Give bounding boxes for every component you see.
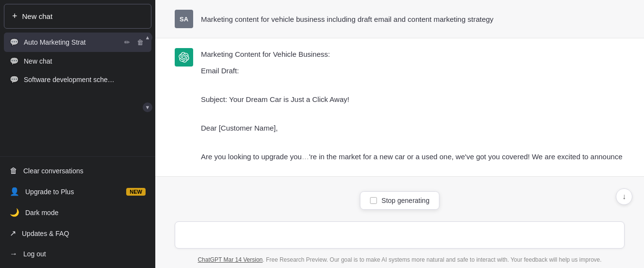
conv-item-actions: ✏ 🗑	[122, 37, 146, 47]
upgrade-label: Upgrade to Plus	[25, 188, 74, 196]
main-content: SA Marketing content for vehicle busines…	[155, 0, 644, 268]
chat-input[interactable]	[175, 221, 625, 249]
dark-mode-label: Dark mode	[25, 209, 58, 217]
conversation-item-new-chat[interactable]: 💬 New chat	[4, 52, 151, 70]
logout-action[interactable]: → Log out	[4, 244, 151, 264]
clear-conversations-action[interactable]: 🗑 Clear conversations	[4, 161, 151, 181]
edit-conversation-button[interactable]: ✏	[122, 37, 132, 47]
new-badge: NEW	[126, 188, 146, 196]
footer-text: . Free Research Preview. Our goal is to …	[263, 256, 601, 263]
sidebar: + New chat ▲ 💬 Auto Marketing Strat ✏ 🗑 …	[0, 0, 155, 268]
upgrade-to-plus-action[interactable]: 👤 Upgrade to Plus NEW	[4, 181, 151, 202]
new-chat-button[interactable]: + New chat	[4, 4, 151, 29]
stop-generating-label: Stop generating	[381, 197, 429, 204]
conversation-list-container: ▲ 💬 Auto Marketing Strat ✏ 🗑 💬 New chat …	[0, 31, 155, 156]
assistant-heading: Marketing Content for Vehicle Business:	[201, 48, 625, 61]
logout-label: Log out	[23, 250, 46, 258]
user-avatar: SA	[175, 10, 193, 28]
scroll-to-bottom-button[interactable]: ↓	[616, 188, 632, 205]
stop-generating-popup[interactable]: Stop generating	[360, 191, 440, 210]
updates-label: Updates & FAQ	[22, 230, 69, 237]
stop-checkbox	[370, 197, 377, 204]
dark-mode-action[interactable]: 🌙 Dark mode	[4, 202, 151, 223]
assistant-message-content: Marketing Content for Vehicle Business: …	[201, 48, 625, 167]
logout-icon: →	[10, 250, 17, 258]
chat-bubble-icon: 💬	[10, 57, 19, 66]
sidebar-bottom-actions: 🗑 Clear conversations 👤 Upgrade to Plus …	[0, 156, 155, 268]
footer: ChatGPT Mar 14 Version. Free Research Pr…	[155, 253, 644, 268]
conv-item-label: Auto Marketing Strat	[24, 38, 117, 46]
chevron-down-icon: ↓	[622, 192, 626, 201]
new-chat-label: New chat	[22, 12, 53, 20]
conversation-list: 💬 Auto Marketing Strat ✏ 🗑 💬 New chat 💬 …	[0, 31, 155, 91]
conversation-item-software-dev[interactable]: 💬 Software development sche…	[4, 70, 151, 89]
user-message-text: Marketing content for vehicle business i…	[201, 10, 494, 25]
conv-item-label: Software development sche…	[24, 76, 146, 84]
clear-conversations-label: Clear conversations	[23, 167, 83, 175]
assistant-subject: Subject: Your Dream Car is Just a Click …	[201, 93, 625, 106]
scroll-up-arrow[interactable]: ▲	[143, 33, 152, 42]
footer-version-link[interactable]: ChatGPT Mar 14 Version	[198, 256, 263, 263]
assistant-salutation: Dear [Customer Name],	[201, 122, 625, 134]
chat-messages: SA Marketing content for vehicle busines…	[155, 0, 644, 217]
user-icon: 👤	[10, 187, 19, 196]
plus-icon: +	[12, 11, 17, 21]
assistant-email-label: Email Draft:	[201, 65, 625, 77]
conv-item-label: New chat	[24, 57, 146, 65]
chat-bubble-icon: 💬	[10, 75, 19, 84]
chat-bubble-icon: 💬	[10, 38, 19, 47]
external-link-icon: ↗	[10, 229, 16, 238]
conversation-item-auto-marketing[interactable]: 💬 Auto Marketing Strat ✏ 🗑	[4, 33, 151, 52]
user-message-row: SA Marketing content for vehicle busines…	[155, 0, 644, 38]
assistant-body-start: Are you looking to upgrade you…'re in th…	[201, 151, 625, 163]
moon-icon: 🌙	[10, 208, 19, 217]
scroll-down-arrow[interactable]: ▼	[143, 102, 152, 112]
assistant-message-row: Marketing Content for Vehicle Business: …	[155, 38, 644, 177]
trash-icon: 🗑	[10, 167, 17, 175]
chatgpt-avatar	[175, 48, 193, 67]
updates-faq-action[interactable]: ↗ Updates & FAQ	[4, 223, 151, 244]
input-area	[155, 217, 644, 253]
